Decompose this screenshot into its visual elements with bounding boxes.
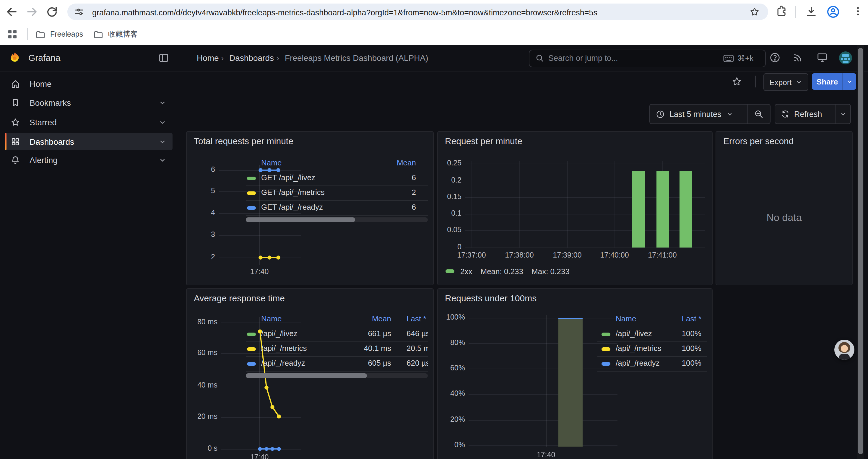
sidebar-item-bookmarks[interactable]: Bookmarks [5,96,173,110]
legend-col-mean[interactable]: Mean [365,314,391,323]
panel-total-requests[interactable]: Total requests per minute 6 5 4 3 2 17:4… [186,131,434,285]
breadcrumb-home[interactable]: Home [197,53,219,63]
legend-scrollbar[interactable] [246,373,428,378]
legend-series-name[interactable]: /api/_/metrics [261,344,307,353]
bar-2xx[interactable] [656,171,669,248]
grafana-logo[interactable] [8,52,21,64]
legend-series-name[interactable]: /api/_/metrics [616,344,661,353]
series-color-pill[interactable] [247,191,256,195]
panel-request-per-minute[interactable]: Request per minute 0.25 0.2 0.15 0.1 0.0… [437,131,713,285]
legend-row[interactable]: /api/_/readyz 605 µs 620 µs [246,356,428,371]
search-input[interactable]: Search or jump to... ⌘+k [529,50,766,67]
legend-col-name[interactable]: Name [616,314,636,323]
panel-title[interactable]: Average response time [194,293,285,303]
breadcrumb-dashboards[interactable]: Dashboards [229,53,274,63]
legend-row[interactable]: /api/_/metrics 40.1 ms 20.5 ms [246,341,428,357]
legend-series-name[interactable]: 2xx [460,267,472,275]
legend-row[interactable]: GET /api/_/livez 6 [246,171,428,186]
chevron-down-icon[interactable] [158,118,167,126]
extensions-icon[interactable] [775,5,788,18]
panel-average-response-time[interactable]: Average response time 80 ms 60 ms 40 ms … [186,288,434,459]
legend-row[interactable]: /api/_/metrics 100% [597,341,707,357]
legend-series-name[interactable]: /api/_/readyz [616,359,660,367]
forward-icon[interactable] [25,5,39,19]
share-menu-button[interactable] [843,73,856,90]
legend-col-last[interactable]: Last * [406,314,426,323]
sidebar-toggle-icon[interactable] [158,53,169,63]
assistant-avatar[interactable] [834,340,855,360]
series-color-pill[interactable] [601,347,610,351]
user-avatar[interactable] [839,52,852,64]
panel-title[interactable]: Errors per second [723,136,794,146]
legend-scrollbar-thumb[interactable] [246,373,367,378]
share-button[interactable]: Share [812,73,843,90]
bookmark-star-icon[interactable] [749,6,760,17]
series-color-pill[interactable] [445,269,454,273]
legend-scrollbar[interactable] [246,218,428,222]
legend-series-name[interactable]: GET /api/_/metrics [261,188,325,197]
url-bar[interactable] [67,4,768,20]
bookmark-folder-blogs[interactable]: 收藏博客 [93,27,138,41]
legend-series-name[interactable]: /api/_/livez [616,329,652,338]
series-color-pill[interactable] [247,362,256,366]
legend-series-name[interactable]: /api/_/livez [261,329,298,338]
legend-series-name[interactable]: GET /api/_/readyz [261,203,323,211]
download-icon[interactable] [805,5,818,18]
legend-row[interactable]: GET /api/_/readyz 6 [246,200,428,216]
legend-scrollbar-thumb[interactable] [246,218,355,222]
bar-2xx[interactable] [680,171,692,248]
chevron-down-icon[interactable] [158,156,167,164]
sidebar-item-dashboards[interactable]: Dashboards [5,134,173,149]
panel-title[interactable]: Request per minute [445,136,522,146]
legend-row[interactable]: /api/_/livez 661 µs 646 µs [246,327,428,342]
bookmark-folder-freeleaps[interactable]: Freeleaps [35,27,83,41]
legend-col-last[interactable]: Last * [682,314,702,323]
series-color-pill[interactable] [601,362,610,366]
page-scrollbar-thumb[interactable] [858,48,863,454]
x-tick: 17:39:00 [553,251,582,259]
series-color-pill[interactable] [247,333,256,336]
x-tick: 17:40 [537,451,555,459]
sidebar-item-home[interactable]: Home [5,77,173,91]
profile-icon[interactable] [826,5,840,19]
refresh-button[interactable]: Refresh [775,109,836,119]
help-icon[interactable] [769,52,780,63]
favorite-star-icon[interactable] [732,76,742,87]
chevron-down-icon[interactable] [158,137,167,145]
sidebar-item-starred[interactable]: Starred [5,115,173,129]
reload-icon[interactable] [45,5,59,19]
chevron-down-icon[interactable] [158,99,167,107]
time-range-label: Last 5 minutes [670,109,721,119]
legend-col-name[interactable]: Name [261,314,282,323]
apps-grid-icon[interactable] [7,29,18,40]
legend-series-name[interactable]: GET /api/_/livez [261,173,315,182]
time-range-picker[interactable]: Last 5 minutes [650,109,747,119]
panel-title[interactable]: Total requests per minute [194,136,293,146]
url-input[interactable] [91,4,732,21]
legend-row[interactable]: /api/_/livez 100% [597,327,707,342]
panel-errors-per-second[interactable]: Errors per second No data [716,131,852,285]
zoom-out-button[interactable] [748,104,770,124]
panel-title[interactable]: Requests under 100ms [445,293,536,303]
panel-requests-under-100ms[interactable]: Requests under 100ms 100% 80% 60% 40% 20… [437,288,713,459]
series-color-pill[interactable] [601,333,610,336]
browser-menu-icon[interactable] [851,5,864,18]
series-color-pill[interactable] [247,206,256,210]
back-icon[interactable] [5,5,19,19]
news-rss-icon[interactable] [793,53,803,63]
sidebar-item-alerting[interactable]: Alerting [5,153,173,167]
legend-row[interactable]: /api/_/readyz 100% [597,356,707,371]
monitor-icon[interactable] [816,52,828,63]
legend-mean-value: 605 µs [350,359,391,367]
legend-series-name[interactable]: /api/_/readyz [261,359,305,367]
export-button[interactable]: Export [764,73,808,91]
series-color-pill[interactable] [247,347,256,351]
legend-col-mean[interactable]: Mean [397,158,416,167]
legend-col-name[interactable]: Name [261,158,282,167]
bar-2xx[interactable] [632,171,645,248]
legend-row[interactable]: GET /api/_/metrics 2 [246,186,428,201]
refresh-interval-button[interactable] [836,104,850,124]
area-series[interactable] [558,318,583,447]
series-color-pill[interactable] [247,177,256,180]
site-info-icon[interactable] [74,7,84,17]
